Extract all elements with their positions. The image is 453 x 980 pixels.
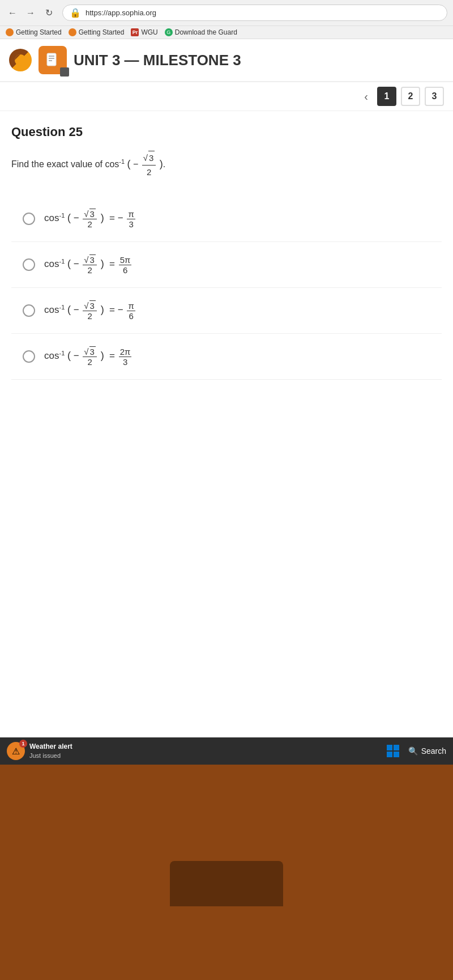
question-math: cos-1 ( − √3 2 ). (105, 159, 165, 169)
answer-option-a[interactable]: cos-1 ( − √3 2 ) = − π 3 (11, 196, 442, 242)
page-number-1[interactable]: 1 (377, 87, 396, 106)
lock-icon: 🔒 (70, 7, 81, 18)
answer-options: cos-1 ( − √3 2 ) = − π 3 (11, 196, 442, 380)
sophia-logo (9, 49, 32, 71)
windows-tile-4 (394, 752, 399, 757)
bookmark-icon-2 (69, 28, 76, 36)
page-content: UNIT 3 — MILESTONE 3 ‹ 1 2 3 Question 25… (0, 39, 453, 737)
address-bar[interactable]: 🔒 https://app.sophia.org (62, 5, 447, 21)
answer-option-d[interactable]: cos-1 ( − √3 2 ) = 2π 3 (11, 334, 442, 380)
bookmark-wgu[interactable]: Pr WGU (131, 28, 157, 36)
browser-toolbar: ← → ↻ 🔒 https://app.sophia.org (0, 0, 453, 26)
question-area: Question 25 Find the exact value of cos-… (0, 111, 453, 737)
weather-alert-title: Weather alert (29, 743, 72, 752)
weather-icon: ⚠ 1 (7, 742, 25, 760)
weather-alert-sub: Just issued (29, 752, 72, 760)
radio-d[interactable] (23, 350, 35, 363)
windows-tile-3 (387, 752, 392, 757)
bookmark-download[interactable]: G Download the Guard (165, 28, 237, 36)
back-button[interactable]: ← (6, 6, 19, 20)
question-text: Find the exact value of cos-1 ( − √3 2 )… (11, 151, 442, 179)
radio-c[interactable] (23, 304, 35, 317)
weather-badge: 1 (19, 740, 27, 748)
math-expr-a: cos-1 ( − √3 2 ) = − π 3 (44, 209, 136, 229)
bookmark-getting-started-1[interactable]: Getting Started (6, 28, 62, 36)
bookmarks-bar: Getting Started Getting Started Pr WGU G… (0, 26, 453, 39)
bookmark-label-wgu: WGU (141, 28, 157, 36)
bookmark-icon-pr: Pr (131, 28, 139, 36)
bookmark-getting-started-2[interactable]: Getting Started (69, 28, 125, 36)
windows-start-button[interactable] (387, 745, 399, 757)
page-number-2[interactable]: 2 (401, 87, 420, 106)
nav-row: ‹ 1 2 3 (0, 82, 453, 111)
forward-button[interactable]: → (24, 6, 37, 20)
unit-icon (39, 46, 67, 74)
bookmark-icon-1 (6, 28, 14, 36)
nav-buttons: ← → ↻ (6, 6, 55, 20)
search-label: Search (421, 746, 446, 756)
radio-a[interactable] (23, 213, 35, 225)
monitor-stand (170, 861, 283, 906)
taskbar-left: ⚠ 1 Weather alert Just issued (7, 742, 72, 760)
math-expr-b: cos-1 ( − √3 2 ) = 5π 6 (44, 254, 133, 275)
windows-tile-2 (394, 745, 399, 750)
page-header: UNIT 3 — MILESTONE 3 (0, 39, 453, 82)
math-expr-c: cos-1 ( − √3 2 ) = − π 6 (44, 300, 136, 321)
taskbar: ⚠ 1 Weather alert Just issued 🔍 Search (0, 737, 453, 765)
desk-area (0, 765, 453, 980)
search-button[interactable]: 🔍 Search (408, 746, 446, 756)
bookmark-icon-g: G (165, 28, 173, 36)
taskbar-right: 🔍 Search (387, 745, 446, 757)
answer-option-c[interactable]: cos-1 ( − √3 2 ) = − π 6 (11, 288, 442, 334)
page-number-3[interactable]: 3 (425, 87, 444, 106)
bookmark-label-2: Getting Started (79, 28, 125, 36)
header-title: UNIT 3 — MILESTONE 3 (74, 52, 241, 69)
svg-rect-0 (47, 53, 56, 66)
weather-alert[interactable]: ⚠ 1 Weather alert Just issued (7, 742, 72, 760)
answer-option-b[interactable]: cos-1 ( − √3 2 ) = 5π 6 (11, 242, 442, 288)
question-instruction: Find the exact value of (11, 159, 105, 169)
bookmark-label-1: Getting Started (16, 28, 62, 36)
search-icon: 🔍 (408, 746, 418, 756)
browser-chrome: ← → ↻ 🔒 https://app.sophia.org Getting S… (0, 0, 453, 39)
url-text: https://app.sophia.org (86, 9, 156, 17)
nav-chevron-left[interactable]: ‹ (360, 88, 373, 105)
radio-b[interactable] (23, 258, 35, 271)
question-title: Question 25 (11, 125, 442, 139)
bookmark-label-download: Download the Guard (175, 28, 237, 36)
math-expr-d: cos-1 ( − √3 2 ) = 2π 3 (44, 346, 133, 367)
windows-tile-1 (387, 745, 392, 750)
refresh-button[interactable]: ↻ (42, 6, 55, 20)
weather-text: Weather alert Just issued (29, 743, 72, 760)
